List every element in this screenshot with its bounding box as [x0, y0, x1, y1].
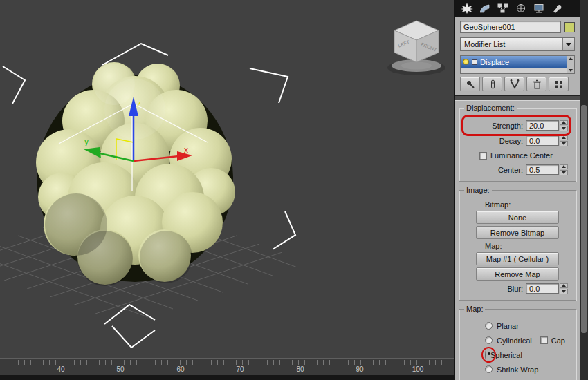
axis-label-y: y [84, 137, 89, 146]
object-color-swatch[interactable] [564, 22, 575, 32]
timeline-tick-label: 40 [57, 365, 64, 373]
modify-tab-icon[interactable] [477, 2, 493, 15]
modifier-stack-item-partial[interactable] [461, 68, 567, 73]
center-value: 0.5 [529, 166, 540, 174]
map-button[interactable]: Map #1 ( Cellular ) [476, 252, 559, 265]
spherical-row: Spherical [485, 350, 568, 360]
cap-group: Cap [540, 336, 565, 345]
spherical-label: Spherical [490, 351, 522, 359]
remove-bitmap-label: Remove Bitmap [490, 229, 544, 237]
decay-spinner[interactable] [560, 135, 568, 146]
timeline-tick-label: 70 [236, 365, 244, 373]
spinner-down-button[interactable] [560, 289, 568, 294]
cap-checkbox[interactable] [540, 336, 548, 344]
center-row: Center: 0.5 [467, 164, 568, 175]
timeline-lower-strip [0, 375, 455, 380]
remove-modifier-button[interactable] [526, 77, 546, 91]
decay-row: Decay: 0.0 [467, 135, 568, 146]
scroll-up-icon[interactable] [569, 57, 573, 60]
pin-stack-button[interactable] [460, 77, 480, 91]
spherical-radio[interactable] [485, 350, 486, 360]
strength-label: Strength: [492, 122, 523, 130]
map-group: Map: Planar Cylindrical Cap Spherical [459, 309, 576, 380]
spinner-up-button[interactable] [560, 164, 568, 170]
remove-bitmap-button[interactable]: Remove Bitmap [476, 226, 559, 239]
spinner-up-button[interactable] [560, 120, 568, 126]
blur-input[interactable]: 0.0 [526, 283, 559, 294]
map-group-title: Map: [464, 305, 485, 313]
timeline-tick-label: 60 [176, 365, 184, 373]
bitmap-label-row: Bitmap: [485, 200, 568, 209]
spinner-down-button[interactable] [560, 141, 568, 146]
spinner-up-button[interactable] [560, 283, 568, 289]
planar-label: Planar [497, 322, 519, 330]
decay-value: 0.0 [529, 137, 540, 145]
strength-input[interactable]: 20.0 [526, 120, 559, 131]
utilities-tab-icon[interactable] [549, 2, 564, 15]
dropdown-arrow-button[interactable] [562, 38, 574, 50]
modifier-stack-item-displace[interactable]: Displace [461, 56, 567, 68]
luminance-center-label: Luminance Center [490, 151, 553, 160]
bitmap-none-button[interactable]: None [476, 211, 559, 224]
planar-row: Planar [485, 321, 568, 331]
spinner-down-button[interactable] [560, 170, 568, 175]
remove-map-label: Remove Map [495, 270, 540, 278]
center-input[interactable]: 0.5 [526, 164, 559, 175]
decay-input[interactable]: 0.0 [526, 135, 559, 146]
blur-value: 0.0 [529, 285, 540, 293]
axis-label-x: x [184, 145, 188, 155]
geosphere-object[interactable] [36, 62, 235, 286]
make-unique-button[interactable] [504, 77, 524, 91]
shrink-wrap-row: Shrink Wrap [485, 364, 568, 374]
spinner-up-button[interactable] [560, 135, 568, 141]
image-group-title: Image: [464, 186, 492, 194]
strength-value: 20.0 [529, 122, 544, 130]
map-button-label: Map #1 ( Cellular ) [486, 255, 549, 263]
blur-row: Blur: 0.0 [467, 283, 568, 294]
luminance-center-checkbox[interactable] [479, 152, 487, 160]
stack-scrollbar[interactable] [567, 56, 574, 73]
create-tab-icon[interactable] [459, 2, 475, 15]
object-name-input[interactable]: GeoSphere001 [460, 21, 561, 33]
3dsmax-window: x y z [0, 0, 588, 380]
axis-label-z: z [137, 99, 141, 108]
planar-radio[interactable] [485, 322, 493, 330]
timeline-tick-label: 50 [116, 365, 124, 373]
object-name-value: GeoSphere001 [463, 23, 515, 31]
spinner-down-button[interactable] [560, 126, 568, 131]
perspective-viewport[interactable]: x y z [0, 0, 455, 380]
scroll-down-icon[interactable] [569, 69, 573, 72]
map-label: Map: [485, 242, 502, 250]
strength-row: Strength: 20.0 [467, 119, 568, 132]
decay-label: Decay: [499, 137, 523, 145]
strength-spinner[interactable] [560, 120, 568, 131]
viewcube[interactable]: LEFT FRONT [387, 21, 445, 75]
modifier-list-dropdown[interactable]: Modifier List [460, 37, 575, 51]
remove-map-button[interactable]: Remove Map [476, 267, 559, 281]
display-tab-icon[interactable] [531, 2, 546, 15]
track-bar[interactable]: 40 50 60 70 80 90 100 [0, 358, 455, 380]
panel-scrollbar[interactable] [580, 0, 588, 380]
show-end-result-button[interactable] [482, 77, 502, 91]
viewport-overlay: x y z [0, 0, 455, 358]
cylindrical-radio[interactable] [485, 336, 493, 344]
modifier-stack-item-label: Displace [480, 58, 509, 66]
bitmap-none-label: None [508, 213, 526, 222]
hierarchy-tab-icon[interactable] [495, 2, 511, 15]
lightbulb-icon[interactable] [463, 59, 469, 65]
map-label-row: Map: [485, 242, 568, 250]
stack-toolbar [455, 74, 580, 93]
shrink-wrap-radio[interactable] [485, 365, 493, 373]
viewport-canvas[interactable]: x y z [0, 0, 455, 358]
configure-modifier-sets-button[interactable] [549, 77, 569, 91]
command-panel-tabs [455, 0, 580, 17]
image-group: Image: Bitmap: None Remove Bitmap Map: M… [459, 190, 576, 301]
panel-scrollbar-thumb[interactable] [581, 105, 587, 333]
blur-spinner[interactable] [560, 283, 568, 294]
luminance-center-row: Luminance Center [479, 150, 568, 161]
rollout-separator [455, 95, 580, 101]
motion-tab-icon[interactable] [513, 2, 529, 15]
blur-label: Blur: [507, 285, 523, 293]
center-spinner[interactable] [560, 164, 568, 175]
modifier-stack[interactable]: Displace [460, 55, 575, 74]
